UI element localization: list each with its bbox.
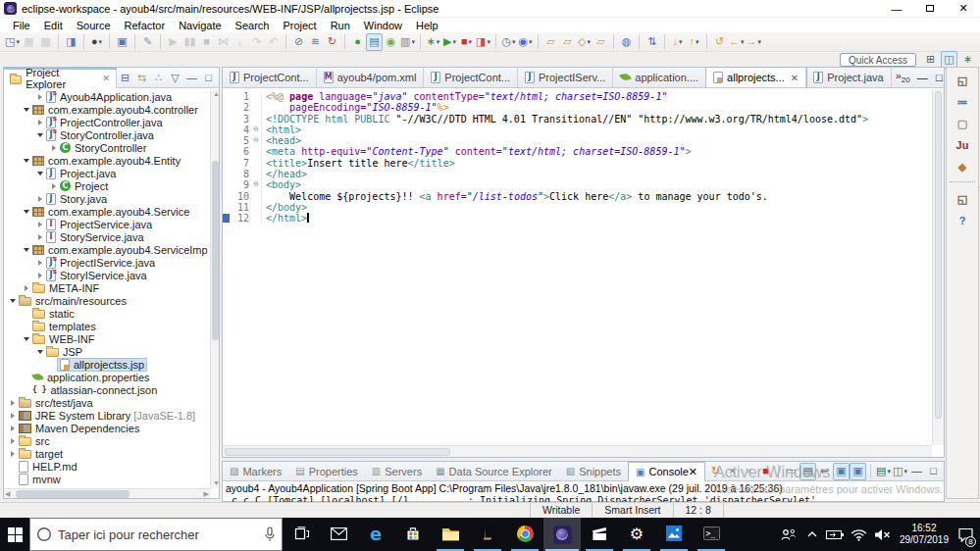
code-line[interactable]: 2 pageEncoding="ISO-8859-1"%> [223,102,932,113]
tree-item-maven-dependencies[interactable]: Maven Dependencies [4,422,210,434]
minimize-panel-button[interactable]: — [908,463,925,480]
menu-run[interactable]: Run [324,20,357,31]
taskbar-search[interactable] [29,518,283,551]
edge-taskbar-button[interactable]: e [357,518,394,551]
tree-item-project[interactable]: CProject [4,179,210,192]
tree-item-target[interactable]: target [4,447,210,460]
eclipse-taskbar-button[interactable] [543,518,581,551]
scrollbar-thumb[interactable] [212,161,219,340]
pin-console-button[interactable]: ▣ [850,463,866,480]
remove-launch-button[interactable]: × [724,463,741,480]
expand-arrow-icon[interactable] [22,210,30,214]
taskbar-clock[interactable]: 16:52 29/07/2019 [896,518,953,551]
scroll-lock-button[interactable]: ▤ [799,463,816,480]
volume-muted-icon[interactable] [872,518,894,551]
menu-search[interactable]: Search [229,20,277,31]
expand-arrow-icon[interactable] [22,248,30,252]
expand-arrow-icon[interactable] [8,400,17,406]
explorer-vertical-scrollbar[interactable]: ▲ ▼ [210,89,219,488]
expand-arrow-icon[interactable] [35,234,44,240]
user-profile-button[interactable]: ●▾ [88,33,105,51]
tree-item-com-example-ayoub4-entity[interactable]: com.example.ayoub4.Entity [4,154,210,167]
expand-arrow-icon[interactable] [22,337,30,341]
settings-taskbar-button[interactable]: ⚙ [618,518,655,551]
web-doc-button[interactable]: ◨ [63,33,79,51]
link-with-editor-button[interactable]: ⇆ [133,69,150,86]
scroll-left-icon[interactable]: ◀ [5,489,10,499]
terminate-button[interactable]: ■ [757,463,774,480]
menu-navigate[interactable]: Navigate [172,20,228,31]
expand-arrow-icon[interactable] [35,196,44,202]
skip-breakpoints-button[interactable]: ⊘ [290,33,307,51]
expand-arrow-icon[interactable] [35,94,44,100]
editor-tab-overflow[interactable]: »20 [892,70,914,84]
show-console-on-stdout-button[interactable]: ▣ [833,463,850,480]
step-into-button[interactable]: ↓ [232,33,248,51]
tree-item-templates[interactable]: templates [4,320,210,332]
tree-item-projectiservice-java[interactable]: JsProjectIService.java [4,256,210,269]
oomph-view-button[interactable]: ◆ [952,157,973,176]
save-all-button[interactable]: ▩ [37,33,54,51]
tree-item-mvnw[interactable]: mvnw [4,473,210,485]
window-close-button[interactable]: ✕ [947,0,980,18]
restore-help-views-button[interactable]: ◱ [952,189,973,209]
webservice-explorer-button[interactable]: ◉▾ [517,33,534,51]
menu-help[interactable]: Help [409,20,445,31]
editor-vertical-scrollbar[interactable] [932,89,944,445]
view-tab-data-source-explorer[interactable]: ▦Data Source Explorer [429,462,559,481]
code-line[interactable]: 5⊖<head> [223,135,932,146]
tree-item-src[interactable]: src [4,434,210,447]
run-last-button[interactable]: ◨▾ [475,33,491,51]
display-selected-console-button[interactable]: ▤▾ [875,463,892,480]
tree-item-src-main-resources[interactable]: src/main/resources [4,294,210,307]
code-line[interactable]: 3<!DOCTYPE html PUBLIC "-//W3C//DTD HTML… [223,114,932,125]
collapse-all-button[interactable]: ⊟ [117,69,133,86]
minimize-editor-button[interactable]: — [914,69,931,86]
editor-tab-allprojects[interactable]: allprojects...✕ [706,67,806,87]
expand-arrow-icon[interactable] [22,108,30,112]
terminal-taskbar-button[interactable]: >_ [693,518,730,551]
view-tab-markers[interactable]: ▨Markers [223,462,288,481]
remote-screen-button[interactable]: ▣ [114,33,130,51]
step-over-button[interactable]: ↷ [248,33,265,51]
boot-dashboard-button[interactable]: ▤ [366,33,383,51]
no-edit-button[interactable]: ✎ [139,33,156,51]
code-line[interactable]: 4⊖<html> [223,125,932,135]
export-folder-button[interactable]: ▱ [559,33,576,51]
expand-arrow-icon[interactable] [8,438,17,444]
scroll-right-icon[interactable]: ▶ [204,489,209,499]
expand-arrow-icon[interactable] [8,451,17,457]
people-icon[interactable] [778,518,799,551]
chrome-taskbar-button[interactable] [506,518,543,551]
tree-item-storycontroller-java[interactable]: JsStoryController.java [4,128,210,141]
resume-button[interactable]: ▶ [165,33,181,51]
tree-item-meta-inf[interactable]: META-INF [4,281,210,294]
explorer-horizontal-scrollbar[interactable]: ◀ ▶ [4,488,210,498]
javaee-perspective-button[interactable]: ◫ [941,51,957,69]
photos-taskbar-button[interactable] [655,518,693,551]
clear-console-button[interactable]: ▭ [783,463,799,480]
scroll-down-icon[interactable]: ▼ [213,478,220,488]
open-perspective-button[interactable]: ⊞ [922,51,939,69]
fold-marker[interactable]: ⊖ [251,179,262,190]
spring-leaf-button[interactable]: ◉ [383,33,399,51]
code-line[interactable]: 10 Welcome ${projects}!! <a href="/list-… [223,191,932,202]
start-button[interactable] [0,518,29,551]
league-of-legends-taskbar-button[interactable] [469,518,506,551]
window-restore-button[interactable] [913,0,947,18]
menu-refactor[interactable]: Refactor [118,20,173,31]
menu-file[interactable]: File [6,20,37,31]
menu-source[interactable]: Source [70,20,118,31]
tree-item-allprojectss-jsp[interactable]: allprojectss.jsp [4,358,210,371]
store-taskbar-button[interactable] [394,518,432,551]
editor-horizontal-scrollbar[interactable] [223,445,932,457]
code-line[interactable]: 11</body> [223,202,932,213]
taskbar-search-input[interactable] [58,527,264,542]
window-minimize-button[interactable]: — [880,0,913,18]
filter-launches-button[interactable]: ≋ [307,33,324,51]
tree-item-storycontroller[interactable]: CStoryController [4,141,210,154]
tree-item-ayoub4application-java[interactable]: JsAyoub4Application.java [4,90,210,103]
tree-item-storyservice-java[interactable]: IStoryService.java [4,230,210,243]
code-line[interactable]: 8</head> [223,169,932,179]
tree-item-application-properties[interactable]: application.properties [4,371,210,383]
